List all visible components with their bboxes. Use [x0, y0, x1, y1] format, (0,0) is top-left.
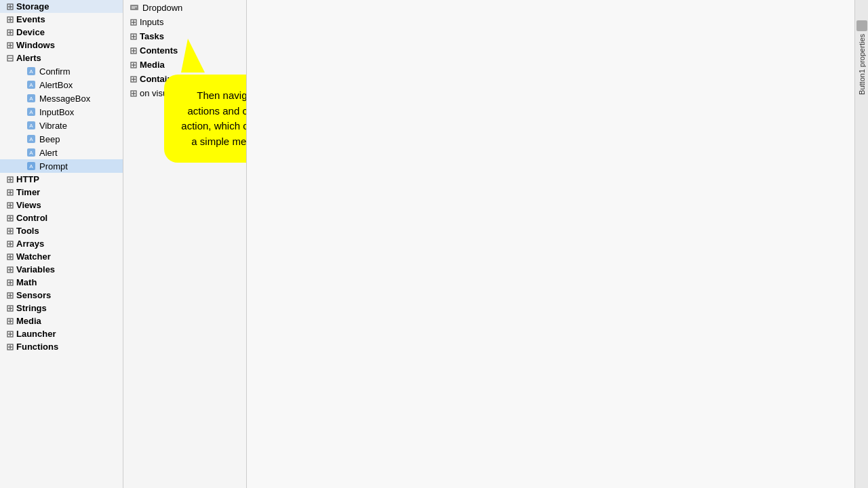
- timer-label: Timer: [16, 187, 40, 197]
- variables-expand-icon: [5, 265, 15, 274]
- svg-text:A: A: [29, 109, 33, 115]
- button-icon: [856, 20, 867, 31]
- tasks-label: Tasks: [140, 31, 164, 41]
- alerts-expand-icon: [5, 54, 15, 63]
- windows-label: Windows: [16, 40, 55, 50]
- alert-label: Alert: [39, 148, 58, 158]
- sidebar-item-confirm[interactable]: AConfirm: [0, 64, 123, 78]
- launcher-expand-icon: [5, 329, 15, 339]
- events-label: Events: [16, 14, 45, 24]
- watcher-expand-icon: [5, 252, 15, 262]
- dropdown-icon: [129, 2, 140, 13]
- sidebar-item-media[interactable]: Media: [0, 314, 123, 327]
- sidebar-item-alertbox[interactable]: AAlertBox: [0, 78, 123, 92]
- storage-expand-icon: [5, 2, 15, 12]
- confirm-icon: A: [26, 66, 37, 77]
- timer-expand-icon: [5, 188, 15, 197]
- math-expand-icon: [5, 278, 15, 287]
- tools-expand-icon: [5, 226, 15, 236]
- svg-text:A: A: [29, 150, 33, 156]
- control-expand-icon: [5, 214, 15, 223]
- sensors-label: Sensors: [16, 290, 51, 300]
- confirm-label: Confirm: [39, 66, 71, 77]
- sidebar-item-watcher[interactable]: Watcher: [0, 250, 123, 263]
- sidebar-item-device[interactable]: Device: [0, 26, 123, 39]
- sidebar-item-alert[interactable]: AAlert: [0, 146, 123, 159]
- sidebar-item-arrays[interactable]: Arrays: [0, 237, 123, 250]
- svg-text:A: A: [29, 68, 33, 75]
- right-panel: Button1 properties: [854, 0, 868, 488]
- sidebar-item-messagebox[interactable]: AMessageBox: [0, 92, 123, 105]
- arrays-expand-icon: [5, 239, 15, 249]
- sidebar-item-control[interactable]: Control: [0, 211, 123, 224]
- svg-text:A: A: [29, 123, 33, 129]
- functions-expand-icon: [5, 342, 15, 352]
- control-label: Control: [16, 213, 47, 223]
- variables-label: Variables: [16, 264, 55, 274]
- contents-expand-icon: [129, 46, 138, 56]
- alert-icon: A: [26, 147, 37, 158]
- beep-icon: A: [26, 134, 37, 144]
- device-label: Device: [16, 27, 45, 37]
- sidebar-item-tools[interactable]: Tools: [0, 224, 123, 237]
- containers-expand-icon: [129, 75, 138, 84]
- strings-expand-icon: [5, 304, 15, 313]
- middle-item-dropdown[interactable]: Dropdown: [123, 0, 246, 15]
- alertbox-icon: A: [26, 79, 37, 90]
- prompt-label: Prompt: [39, 161, 68, 171]
- alerts-label: Alerts: [16, 53, 41, 63]
- beep-label: Beep: [39, 134, 60, 144]
- sidebar-item-beep[interactable]: ABeep: [0, 132, 123, 146]
- sidebar-item-vibrate[interactable]: AVibrate: [0, 119, 123, 132]
- media-label: Media: [16, 316, 41, 326]
- sidebar-item-functions[interactable]: Functions: [0, 340, 123, 353]
- media-label: Media: [140, 60, 165, 70]
- tooltip-bubble: Then navigate the available actions and …: [164, 75, 247, 163]
- sidebar-item-storage[interactable]: Storage: [0, 0, 123, 13]
- svg-text:A: A: [29, 136, 33, 142]
- dropdown-label: Dropdown: [142, 3, 182, 13]
- messagebox-icon: A: [26, 93, 37, 104]
- views-label: Views: [16, 200, 41, 210]
- sidebar-item-windows[interactable]: Windows: [0, 39, 123, 52]
- sidebar-item-events[interactable]: Events: [0, 13, 123, 26]
- sidebar-item-variables[interactable]: Variables: [0, 263, 123, 276]
- tooltip-arrow-svg: [167, 35, 215, 76]
- left-sidebar: StorageEventsDeviceWindowsAlertsAConfirm…: [0, 0, 123, 488]
- tooltip-container: Then navigate the available actions and …: [164, 75, 247, 163]
- math-label: Math: [16, 277, 37, 287]
- tooltip-text: Then navigate the available actions and …: [181, 89, 247, 147]
- media-expand-icon: [5, 317, 15, 326]
- sidebar-item-launcher[interactable]: Launcher: [0, 327, 123, 340]
- functions-label: Functions: [16, 342, 58, 352]
- media-expand-icon: [129, 60, 138, 70]
- sidebar-item-timer[interactable]: Timer: [0, 186, 123, 199]
- sidebar-item-alerts[interactable]: Alerts: [0, 52, 123, 64]
- sidebar-item-strings[interactable]: Strings: [0, 302, 123, 314]
- sidebar-item-http[interactable]: HTTP: [0, 173, 123, 186]
- views-expand-icon: [5, 201, 15, 210]
- alertbox-label: AlertBox: [39, 80, 73, 90]
- main-area: [247, 0, 854, 488]
- middle-panel: DropdownInputsTasksContentsMediaContaine…: [123, 0, 247, 488]
- sidebar-item-prompt[interactable]: APrompt: [0, 159, 123, 173]
- svg-rect-72: [130, 5, 138, 10]
- inputbox-label: InputBox: [39, 107, 74, 117]
- middle-item-inputs[interactable]: Inputs: [123, 15, 246, 29]
- svg-marker-93: [181, 39, 205, 73]
- watcher-label: Watcher: [16, 251, 51, 262]
- events-expand-icon: [5, 15, 15, 24]
- tools-label: Tools: [16, 226, 39, 236]
- svg-text:A: A: [29, 163, 33, 169]
- inputs-expand-icon: [129, 18, 138, 27]
- windows-expand-icon: [5, 41, 15, 50]
- arrays-label: Arrays: [16, 239, 44, 249]
- vibrate-icon: A: [26, 120, 37, 131]
- sidebar-item-math[interactable]: Math: [0, 276, 123, 289]
- vibrate-label: Vibrate: [39, 121, 67, 131]
- sidebar-item-inputbox[interactable]: AInputBox: [0, 105, 123, 119]
- sidebar-item-sensors[interactable]: Sensors: [0, 289, 123, 302]
- sidebar-item-views[interactable]: Views: [0, 199, 123, 211]
- on-visuals-expand-icon: [129, 89, 138, 98]
- strings-label: Strings: [16, 303, 47, 313]
